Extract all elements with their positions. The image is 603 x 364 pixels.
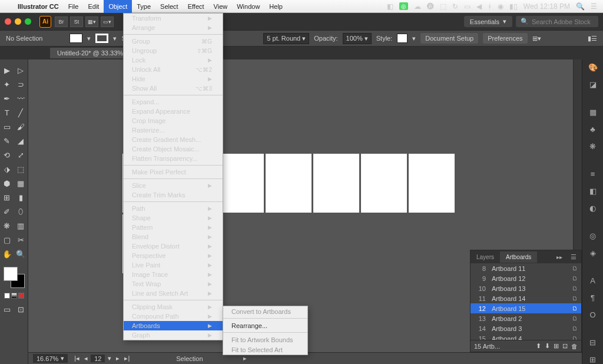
perspective-grid-tool[interactable]: ▦ — [14, 176, 28, 190]
artboard[interactable] — [313, 154, 359, 213]
clock[interactable]: Wed 12:18 PM — [524, 2, 570, 11]
artboard-number[interactable]: 12 — [91, 355, 105, 362]
color-guide-icon[interactable]: ◪ — [587, 80, 599, 89]
menu-select[interactable]: Select — [155, 0, 183, 13]
rectangle-tool[interactable]: ▭ — [0, 120, 14, 134]
magic-wand-tool[interactable]: ✦ — [0, 77, 14, 91]
swatches-panel-icon[interactable]: ▦ — [587, 108, 599, 117]
zoom-tool[interactable]: 🔍 — [14, 247, 28, 261]
prev-icon[interactable]: ◂ — [82, 355, 90, 362]
gradient-panel-icon[interactable]: ◧ — [587, 187, 599, 196]
brushes-panel-icon[interactable]: ♣ — [587, 125, 599, 134]
artboard-options-icon[interactable]: 🗋 — [572, 266, 578, 272]
document-setup-button[interactable]: Document Setup — [420, 33, 478, 44]
menu-item-pattern[interactable]: Pattern▶ — [124, 223, 223, 232]
hand-tool[interactable]: ✋ — [0, 247, 14, 261]
preferences-button[interactable]: Preferences — [483, 33, 527, 44]
menu-type[interactable]: Type — [132, 0, 155, 13]
menu-item-blend[interactable]: Blend▶ — [124, 232, 223, 241]
menu-effect[interactable]: Effect — [183, 0, 209, 13]
move-down-icon[interactable]: ⬇ — [545, 342, 550, 350]
panel-menu-icon[interactable]: ☰ — [566, 253, 581, 261]
artboard[interactable] — [218, 154, 264, 213]
artboard-row[interactable]: 12Artboard 15🗋 — [471, 303, 581, 313]
eraser-tool[interactable]: ◢ — [14, 134, 28, 148]
blend-tool[interactable]: ⬯ — [14, 204, 28, 219]
move-up-icon[interactable]: ⬆ — [536, 342, 541, 350]
menu-item-image-trace[interactable]: Image Trace▶ — [124, 270, 223, 279]
artboard[interactable] — [361, 154, 407, 213]
direct-selection-tool[interactable]: ▷ — [14, 63, 28, 77]
search-icon[interactable]: 🔍 — [576, 2, 585, 11]
type-tool[interactable]: T — [0, 105, 14, 120]
artboard-nav[interactable]: |◂ ◂ 12 ▾ ▸ ▸| — [72, 355, 131, 362]
chevron-down-icon[interactable]: ▾ — [106, 355, 113, 362]
stroke-profile[interactable]: 5 pt. Round ▾ — [263, 33, 309, 44]
pen-tool[interactable]: ✒ — [0, 91, 14, 105]
screen-mode[interactable]: ▭ — [0, 302, 14, 316]
chevron-down-icon[interactable]: ▾ — [113, 35, 117, 42]
scale-tool[interactable]: ⤢ — [14, 148, 28, 162]
artboard-options-icon[interactable]: 🗋 — [572, 286, 578, 292]
fill-swatch[interactable] — [69, 34, 82, 43]
menu-item-perspective[interactable]: Perspective▶ — [124, 251, 223, 260]
menu-item-envelope-distort[interactable]: Envelope Distort▶ — [124, 241, 223, 251]
menu-view[interactable]: View — [209, 0, 233, 13]
panel-menu-icon[interactable]: ▮☰ — [588, 35, 597, 42]
rotate-tool[interactable]: ⟲ — [0, 148, 14, 162]
artboard-row[interactable]: 13Artboard 2🗋 — [471, 313, 581, 323]
delete-artboard-icon[interactable]: 🗑 — [571, 343, 578, 350]
align-icon[interactable]: ⊞▾ — [532, 35, 541, 42]
maximize-button[interactable] — [25, 18, 31, 25]
artboard-options-icon[interactable]: 🗋 — [572, 336, 578, 340]
stock-icon[interactable]: St — [70, 16, 83, 27]
menu-window[interactable]: Window — [232, 0, 264, 13]
artboard-row[interactable]: 15Artboard 4🗋 — [471, 333, 581, 340]
menu-object[interactable]: Object — [104, 0, 132, 13]
column-graph-tool[interactable]: ▥ — [14, 219, 28, 233]
graphic-styles-panel-icon[interactable]: ◈ — [587, 249, 599, 257]
new-artboard-icon[interactable]: ⊡ — [562, 342, 568, 350]
change-screen-mode[interactable]: ⊡ — [14, 302, 28, 316]
artboard[interactable] — [409, 154, 455, 213]
lasso-tool[interactable]: ⊃ — [14, 77, 28, 91]
curvature-tool[interactable]: 〰 — [14, 91, 28, 105]
chevron-down-icon[interactable]: ▾ — [87, 35, 91, 42]
artboard-options-icon[interactable]: 🗋 — [572, 326, 578, 332]
menu-item-text-wrap[interactable]: Text Wrap▶ — [124, 279, 223, 289]
stroke-panel-icon[interactable]: ≡ — [587, 170, 599, 178]
artboard-tool[interactable]: ▢ — [0, 233, 14, 247]
close-button[interactable] — [5, 18, 11, 25]
menu-item-artboards[interactable]: Artboards▶ — [124, 321, 223, 330]
first-icon[interactable]: |◂ — [72, 355, 81, 362]
style-swatch[interactable] — [397, 34, 407, 43]
workspace-switcher[interactable]: Essentials ▾ — [464, 16, 512, 27]
fill-color[interactable] — [4, 267, 18, 281]
selection-tool[interactable]: ▶ — [0, 63, 14, 77]
paragraph-panel-icon[interactable]: ¶ — [587, 293, 599, 302]
artboard-row[interactable]: 9Artboard 12🗋 — [471, 273, 581, 283]
align-panel-icon[interactable]: ⊟ — [587, 338, 599, 347]
menu-item-slice[interactable]: Slice▶ — [124, 181, 223, 190]
artboard-row[interactable]: 11Artboard 14🗋 — [471, 293, 581, 303]
minimize-button[interactable] — [15, 18, 21, 25]
artboard-row[interactable]: 10Artboard 13🗋 — [471, 283, 581, 293]
artboard-options-icon[interactable]: 🗋 — [572, 316, 578, 322]
opentype-panel-icon[interactable]: O — [587, 310, 599, 319]
color-mode-buttons[interactable] — [4, 293, 24, 299]
symbol-sprayer-tool[interactable]: ❋ — [0, 219, 14, 233]
free-transform-tool[interactable]: ⬚ — [14, 162, 28, 176]
zoom-level[interactable]: 16.67% ▾ — [33, 354, 68, 363]
rearrange-icon[interactable]: ⊞ — [554, 342, 559, 350]
color-panel-icon[interactable]: 🎨 — [587, 63, 599, 72]
eyedropper-tool[interactable]: ✐ — [0, 204, 14, 219]
mesh-tool[interactable]: ⊞ — [0, 190, 14, 204]
chevron-down-icon[interactable]: ▾ — [412, 35, 416, 42]
artboard-options-icon[interactable]: 🗋 — [572, 296, 578, 302]
transparency-panel-icon[interactable]: ◐ — [587, 204, 599, 213]
gpu-icon[interactable]: ▭▾ — [101, 16, 114, 27]
last-icon[interactable]: ▸| — [122, 355, 131, 362]
menu-help[interactable]: Help — [264, 0, 287, 13]
bridge-icon[interactable]: Br — [55, 16, 68, 27]
paintbrush-tool[interactable]: 🖌 — [14, 120, 28, 134]
